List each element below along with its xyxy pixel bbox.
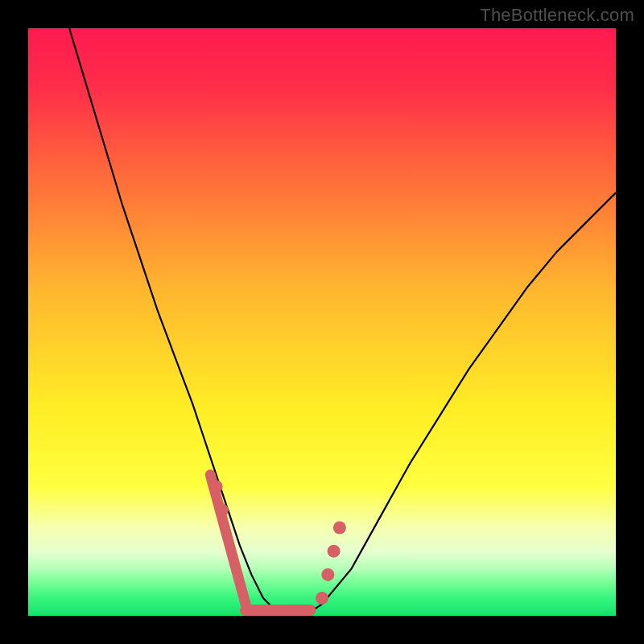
marker-dot — [333, 522, 346, 535]
left-marker-seg — [210, 475, 246, 605]
plot-area — [28, 28, 616, 616]
marker-dot — [216, 504, 229, 517]
watermark-text: TheBottleneck.com — [480, 5, 634, 26]
chart-frame: TheBottleneck.com — [0, 0, 644, 644]
marker-dot — [321, 568, 334, 581]
bottleneck-curve — [28, 28, 616, 616]
marker-dot — [210, 480, 223, 493]
highlight-markers — [210, 475, 346, 610]
marker-dot — [316, 592, 328, 605]
marker-dot — [328, 545, 341, 558]
